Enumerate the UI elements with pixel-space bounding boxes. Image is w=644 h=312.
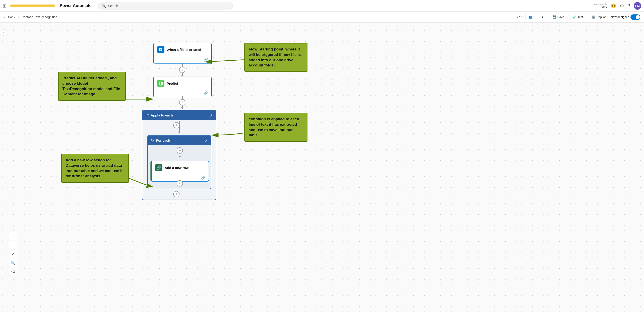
emoji-icon[interactable]: 😊: [611, 3, 616, 8]
toggle-switch-control[interactable]: [630, 14, 640, 20]
annotation-flow-start-text: Flow Starting point, where it will be tr…: [249, 47, 301, 67]
for-each-label: For each: [156, 138, 170, 142]
save-label: Save: [558, 15, 564, 19]
search-input[interactable]: [108, 4, 229, 8]
zoom-controls: + − ⤢ 🔍 🗺: [9, 232, 17, 276]
search-bar: 🔍: [98, 2, 233, 10]
top-navigation: ⊞ Power Automate 🔍 Environments dev 😊 ⚙ …: [0, 0, 644, 12]
predict-node-header: ◑ Predict: [154, 77, 211, 90]
help-icon[interactable]: ?: [628, 3, 630, 8]
plus-connector-5[interactable]: +: [176, 180, 183, 186]
back-button[interactable]: ← Back: [4, 15, 15, 19]
predict-icon: ◑: [157, 80, 164, 87]
toolbar: ← Back | Contoso Text Recognition ↩ ↪ 👥 …: [0, 12, 644, 22]
search-icon: 🔍: [102, 4, 106, 8]
apply-to-each-label: Apply to each: [151, 113, 173, 117]
back-arrow-icon: ←: [4, 15, 7, 19]
predict-node-label: Predict: [167, 82, 178, 86]
predict-link-icon: 🔗: [204, 91, 208, 96]
annotation-add-row: Add a new row action for Dataverse helps…: [61, 154, 129, 183]
collab-button[interactable]: 👥: [526, 14, 536, 20]
apply-to-each-icon: ⟳: [146, 113, 149, 118]
flow-canvas: » When a file is created 🔗 +: [0, 22, 644, 312]
redo-button[interactable]: ↪: [521, 15, 524, 19]
trigger-node[interactable]: When a file is created 🔗: [153, 43, 212, 64]
save-button[interactable]: 💾 Save: [549, 14, 568, 20]
new-designer-toggle: New designer: [611, 14, 640, 20]
plus-connector-4[interactable]: +: [176, 147, 183, 154]
trigger-node-label: When a file is created: [167, 48, 201, 52]
mic-button[interactable]: 🎙: [538, 14, 547, 20]
for-each-collapse-button[interactable]: ∧: [205, 138, 208, 142]
annotation-predict-ai: Predict AI Builder added , and choose Mo…: [58, 72, 126, 101]
apply-to-each-container[interactable]: ⟳ Apply to each ∧ + ⟳ For each ∧ +: [142, 110, 216, 200]
plus-connector-1[interactable]: +: [179, 67, 186, 73]
plus-connector-2[interactable]: +: [179, 99, 186, 106]
fit-view-button[interactable]: ⤢: [9, 250, 17, 258]
annotation-predict-text: Predict AI Builder added , and choose Mo…: [62, 76, 120, 96]
trigger-icon: [157, 46, 164, 53]
zoom-in-button[interactable]: +: [9, 232, 17, 240]
undo-redo-group: ↩ ↪: [517, 15, 524, 19]
trigger-node-footer: 🔗: [154, 56, 211, 63]
copilot-label: Copilot: [596, 15, 606, 19]
add-row-link-icon: 🔗: [201, 176, 206, 180]
for-each-header: ⟳ For each ∧: [148, 136, 211, 145]
annotation-condition-text: condition is applied to each line of tex…: [249, 117, 299, 137]
search-canvas-button[interactable]: 🔍: [9, 259, 17, 267]
copilot-icon: 🤖: [592, 15, 595, 19]
save-icon: 💾: [552, 15, 556, 19]
nav-right: Environments dev 😊 ⚙ ? PM: [592, 2, 641, 10]
connector-arrow-inner-1: [178, 132, 181, 134]
env-label: Environments: [592, 3, 607, 6]
connector-inner-1: [179, 121, 180, 133]
environment-info: Environments dev: [592, 3, 607, 9]
map-view-button[interactable]: 🗺: [9, 268, 17, 276]
avatar[interactable]: PM: [634, 2, 641, 10]
app-title: Power Automate: [60, 4, 92, 8]
for-each-header-left: ⟳ For each: [151, 138, 170, 143]
annotation-add-row-text: Add a new row action for Dataverse helps…: [66, 158, 122, 178]
back-label: Back: [8, 15, 15, 19]
annotation-flow-start: Flow Starting point, where it will be tr…: [244, 43, 308, 72]
settings-icon[interactable]: ⚙: [620, 3, 624, 8]
connector-arrow-1: [181, 75, 184, 76]
add-row-node-header: 🔗 Add a new row: [152, 161, 208, 174]
apply-to-each-header: ⟳ Apply to each ∧: [142, 110, 216, 120]
app-logo-button[interactable]: [10, 4, 55, 7]
test-label: Test: [578, 15, 583, 19]
plus-connector-6[interactable]: +: [173, 191, 180, 197]
undo-button[interactable]: ↩: [517, 15, 520, 19]
plus-connector-3[interactable]: +: [173, 122, 180, 128]
new-designer-label: New designer: [611, 15, 629, 19]
grid-icon[interactable]: ⊞: [3, 3, 6, 8]
trigger-node-header: When a file is created: [154, 43, 211, 56]
predict-node[interactable]: ◑ Predict 🔗: [153, 76, 212, 97]
flow-name: Contoso Text Recognition: [22, 15, 57, 19]
zoom-out-button[interactable]: −: [9, 241, 17, 249]
connector-arrow-2: [181, 107, 184, 109]
add-row-node[interactable]: 🔗 Add a new row 🔗: [150, 161, 209, 182]
test-icon: 🧪: [572, 15, 576, 19]
copilot-button[interactable]: 🤖 Copilot: [588, 14, 609, 20]
sidebar-collapse-button[interactable]: »: [0, 29, 6, 36]
for-each-container[interactable]: ⟳ For each ∧ + 🔗 Add a new row 🔗: [147, 135, 211, 189]
for-each-icon: ⟳: [151, 138, 154, 143]
link-icon: 🔗: [204, 58, 208, 62]
apply-to-each-collapse-button[interactable]: ∧: [210, 113, 213, 117]
test-button[interactable]: 🧪 Test: [569, 14, 586, 20]
env-name: dev: [592, 6, 607, 9]
add-row-node-label: Add a new row: [165, 166, 188, 170]
apply-to-each-header-left: ⟳ Apply to each: [146, 113, 173, 118]
toolbar-right: ↩ ↪ 👥 🎙 💾 Save 🧪 Test 🤖 Copilot New desi…: [517, 14, 640, 20]
add-row-icon: 🔗: [155, 164, 162, 171]
annotation-condition: condition is applied to each line of tex…: [244, 113, 308, 142]
